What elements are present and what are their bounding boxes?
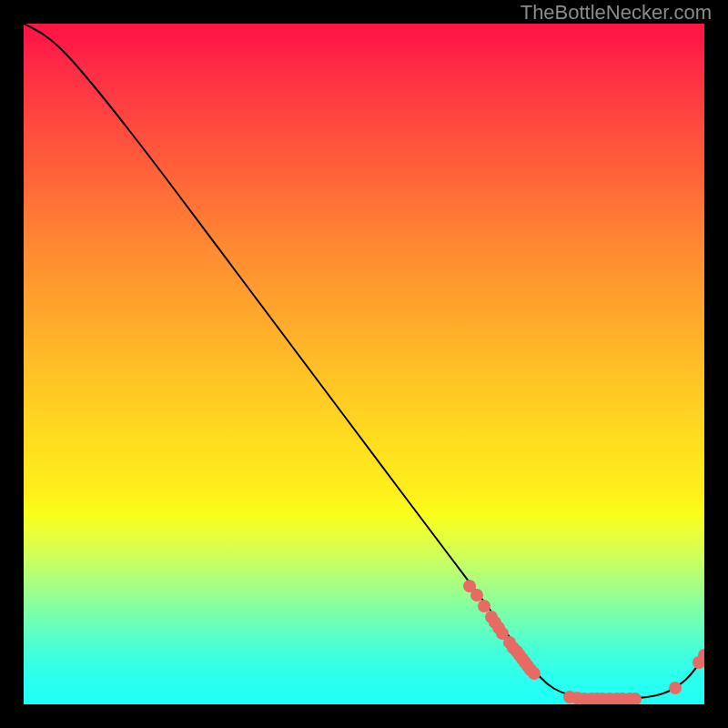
data-marker [669,682,682,694]
bottleneck-curve [24,24,704,699]
data-markers [463,580,704,704]
watermark-text: TheBottleNecker.com [521,1,712,25]
plot-area [24,24,704,704]
data-marker [478,600,490,612]
chart-svg [24,24,704,704]
data-marker [528,667,541,680]
data-marker [470,589,483,602]
